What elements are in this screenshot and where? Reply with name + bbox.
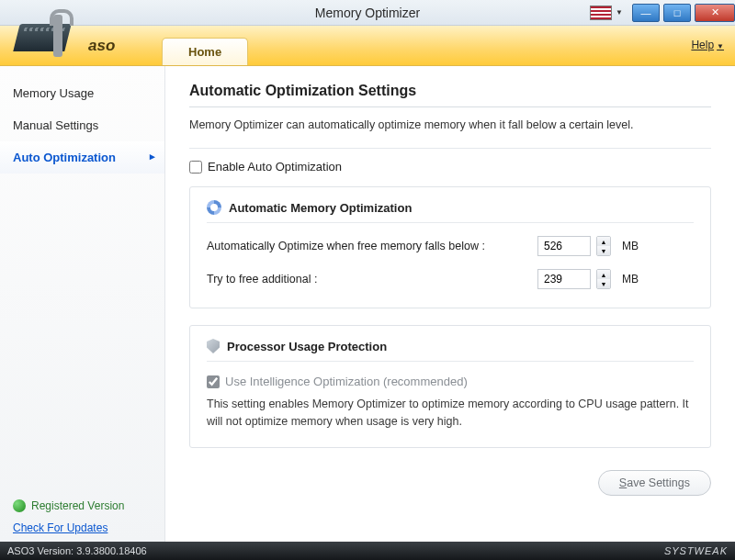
status-bar: ASO3 Version: 3.9.3800.18406 SYSTWEAK [0, 542, 735, 560]
close-button[interactable]: ✕ [695, 4, 735, 22]
panel2-title: Processor Usage Protection [227, 340, 387, 353]
wrench-icon [53, 15, 62, 57]
maximize-button[interactable]: □ [663, 4, 691, 22]
main-content: Automatic Optimization Settings Memory O… [165, 66, 735, 542]
intelligence-optimization-checkbox[interactable]: Use Intelligence Optimization (recommend… [207, 375, 694, 388]
enable-auto-optimization-input[interactable] [189, 161, 202, 174]
registered-status: Registered Version [13, 499, 153, 512]
threshold-input[interactable] [537, 236, 591, 256]
app-logo [0, 9, 85, 66]
sidebar-item-manual-settings[interactable]: Manual Settings [0, 109, 164, 141]
chip-icon [13, 24, 71, 51]
ribbon-header: aso Home Help▼ [0, 26, 735, 66]
flag-icon[interactable] [590, 6, 612, 20]
page-title: Automatic Optimization Settings [189, 83, 711, 107]
free-additional-down-button[interactable]: ▼ [597, 279, 610, 288]
chevron-down-icon: ▼ [717, 42, 724, 50]
flag-dropdown-icon[interactable]: ▼ [616, 8, 623, 17]
brand-text: aso [88, 37, 115, 55]
window-title: Memory Optimizer [315, 6, 420, 20]
minimize-button[interactable]: — [632, 4, 660, 22]
sidebar-item-auto-optimization[interactable]: Auto Optimization [0, 141, 164, 174]
enable-auto-optimization-checkbox[interactable]: Enable Auto Optimization [189, 160, 711, 174]
threshold-up-button[interactable]: ▲ [597, 237, 610, 246]
check-circle-icon [13, 499, 26, 512]
enable-auto-optimization-label: Enable Auto Optimization [208, 160, 342, 174]
gear-icon [207, 200, 221, 215]
sidebar-item-memory-usage[interactable]: Memory Usage [0, 77, 164, 109]
panel1-title: Automatic Memory Optimization [229, 201, 412, 215]
sidebar: Memory Usage Manual Settings Auto Optimi… [0, 66, 165, 542]
title-bar: Memory Optimizer ▼ — □ ✕ [0, 0, 735, 26]
company-brand: SYSTWEAK [664, 545, 728, 556]
unit-label-2: MB [622, 273, 639, 286]
intelligence-optimization-label: Use Intelligence Optimization (recommend… [225, 375, 468, 388]
intelligence-optimization-input[interactable] [207, 375, 220, 388]
shield-icon [207, 339, 220, 353]
free-additional-label: Try to free additional : [207, 273, 537, 286]
divider [189, 148, 711, 149]
panel2-description: This setting enables Memory Optimizer to… [207, 396, 694, 431]
threshold-label: Automatically Optimize when free memory … [207, 240, 537, 252]
panel-automatic-memory-optimization: Automatic Memory Optimization Automatica… [189, 186, 711, 308]
panel-processor-usage-protection: Processor Usage Protection Use Intellige… [189, 325, 711, 448]
free-additional-input[interactable] [537, 269, 591, 289]
help-menu[interactable]: Help▼ [691, 39, 724, 51]
tab-home[interactable]: Home [162, 38, 248, 65]
unit-label: MB [622, 240, 639, 252]
save-settings-button[interactable]: Save Settings [598, 470, 711, 496]
page-description: Memory Optimizer can automatically optim… [189, 118, 711, 131]
threshold-down-button[interactable]: ▼ [597, 246, 610, 255]
check-updates-link[interactable]: Check For Updates [13, 521, 153, 534]
free-additional-up-button[interactable]: ▲ [597, 270, 610, 279]
version-text: ASO3 Version: 3.9.3800.18406 [7, 545, 147, 556]
